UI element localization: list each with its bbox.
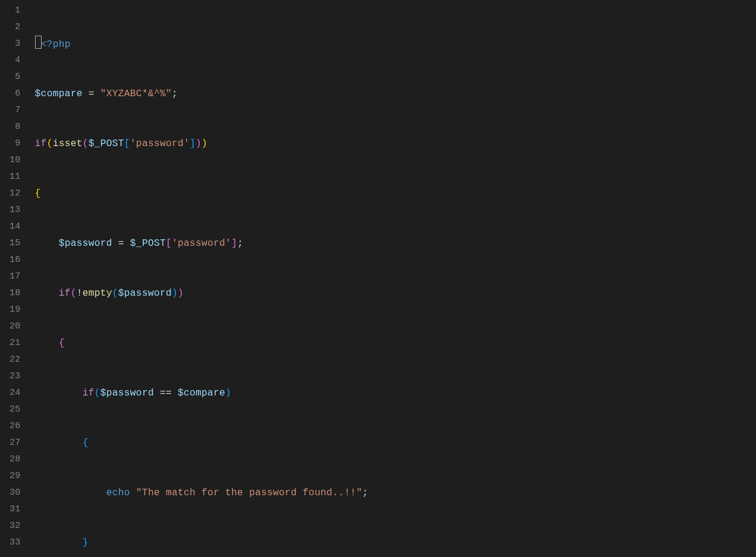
line-number: 26 <box>10 418 21 435</box>
line-number: 7 <box>10 102 21 119</box>
line-number: 15 <box>10 235 21 252</box>
line-number: 28 <box>10 451 21 468</box>
line-number: 14 <box>10 219 21 235</box>
code-line: $compare = "XYZABC*&^%"; <box>32 86 756 102</box>
line-number: 33 <box>10 534 21 551</box>
line-number: 5 <box>10 69 21 86</box>
line-number: 16 <box>10 252 21 268</box>
code-editor: 1234567891011121314151617181920212223242… <box>0 0 756 557</box>
line-number: 30 <box>10 485 21 501</box>
code-line: { <box>32 435 756 451</box>
code-line: { <box>32 335 756 352</box>
line-number: 24 <box>10 385 21 401</box>
line-number: 32 <box>10 518 21 534</box>
line-number: 3 <box>10 36 21 52</box>
line-number: 10 <box>10 152 21 169</box>
line-number: 11 <box>10 169 21 185</box>
code-line: echo "The match for the password found..… <box>32 485 756 501</box>
code-line: $password = $_POST['password']; <box>32 235 756 252</box>
line-number: 13 <box>10 202 21 219</box>
line-number: 1 <box>10 2 21 19</box>
code-line: } <box>32 534 756 551</box>
code-line: if($password == $compare) <box>32 385 756 401</box>
code-line: if(isset($_POST['password'])) <box>32 135 756 152</box>
line-number: 2 <box>10 19 21 36</box>
line-number: 17 <box>10 268 21 285</box>
line-number: 20 <box>10 318 21 335</box>
line-number: 25 <box>10 401 21 418</box>
line-number-gutter: 1234567891011121314151617181920212223242… <box>0 0 32 557</box>
line-number: 8 <box>10 119 21 135</box>
line-number: 4 <box>10 52 21 69</box>
line-number: 29 <box>10 468 21 485</box>
line-number: 9 <box>10 135 21 152</box>
code-line: if(!empty($password)) <box>32 285 756 302</box>
line-number: 27 <box>10 435 21 451</box>
line-number: 18 <box>10 285 21 302</box>
code-line: { <box>32 185 756 202</box>
line-number: 22 <box>10 352 21 368</box>
code-content[interactable]: <?php $compare = "XYZABC*&^%"; if(isset(… <box>32 0 756 557</box>
code-line: <?php <box>32 36 756 52</box>
line-number: 21 <box>10 335 21 352</box>
line-number: 12 <box>10 185 21 202</box>
line-number: 23 <box>10 368 21 385</box>
line-number: 19 <box>10 302 21 318</box>
line-number: 6 <box>10 86 21 102</box>
line-number: 31 <box>10 501 21 518</box>
